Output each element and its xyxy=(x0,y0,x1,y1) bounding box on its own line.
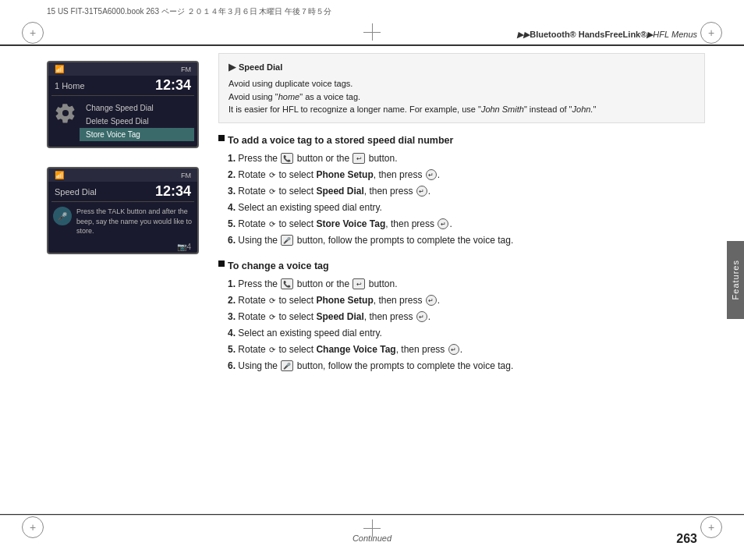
screen2-item-num: 📷4 xyxy=(177,243,191,251)
screen1-signal: 📶 xyxy=(55,65,64,73)
phone-button-2: 📞 xyxy=(281,278,293,289)
screen2-header: 📶 FM xyxy=(48,168,197,182)
back-button-2: ↩ xyxy=(353,278,365,289)
section2-steps: 1. Press the 📞 button or the ↩ button. 2… xyxy=(218,277,705,373)
enter-icon-4: ↵ xyxy=(426,295,437,306)
step2-4: 4. Select an existing speed dial entry. xyxy=(228,326,705,340)
breadcrumb: ▶▶Bluetooth® HandsFreeLink®▶HFL Menus xyxy=(517,30,697,40)
rotate-icon-4: ⟳ xyxy=(269,295,275,307)
back-button: ↩ xyxy=(353,153,365,164)
section2: To change a voice tag 1. Press the 📞 but… xyxy=(218,258,705,384)
right-column: ▶ Speed Dial Avoid using duplicate voice… xyxy=(218,53,705,509)
step1-6: 6. Using the 🎤 button, follow the prompt… xyxy=(228,233,705,247)
screen1-mockup: 📶 FM 1 Home 12:34 Change Speed Dial Dele… xyxy=(47,61,199,148)
top-rule xyxy=(0,44,744,46)
content-area: 📶 FM 1 Home 12:34 Change Speed Dial Dele… xyxy=(47,53,705,509)
step2-3: 3. Rotate ⟳ to select Speed Dial, then p… xyxy=(228,310,705,324)
section1-bullet xyxy=(218,135,225,141)
screen2-message: Press the TALK button and after the beep… xyxy=(76,207,193,236)
step2-2: 2. Rotate ⟳ to select Phone Setup, then … xyxy=(228,293,705,307)
step1-3: 3. Rotate ⟳ to select Speed Dial, then p… xyxy=(228,184,705,198)
enter-icon-5: ↵ xyxy=(416,311,427,322)
section1: To add a voice tag to a stored speed dia… xyxy=(218,133,705,258)
screenshots-column: 📶 FM 1 Home 12:34 Change Speed Dial Dele… xyxy=(47,53,203,509)
screen1-menu-item-2: Delete Speed Dial xyxy=(80,115,194,128)
rotate-icon-5: ⟳ xyxy=(269,311,275,323)
section1-heading: To add a voice tag to a stored speed dia… xyxy=(218,133,705,148)
talk-button-1: 🎤 xyxy=(281,235,293,246)
screen2-mic-icon: 🎤 xyxy=(53,207,72,225)
tip-line-3: It is easier for HFL to recognize a long… xyxy=(229,103,695,116)
top-center-crosshair xyxy=(363,23,381,41)
screen1-menu-item-3: Store Voice Tag xyxy=(80,128,194,141)
step1-2: 2. Rotate ⟳ to select Phone Setup, then … xyxy=(228,168,705,182)
screen2-fm: FM xyxy=(181,172,191,179)
screen1-time: 12:34 xyxy=(155,77,191,94)
screen2-label: Speed Dial xyxy=(55,187,97,197)
screen2-mockup: 📶 FM Speed Dial 12:34 🎤 Press the TALK b… xyxy=(47,167,199,254)
step2-6: 6. Using the 🎤 button, follow the prompt… xyxy=(228,359,705,373)
section2-bullet xyxy=(218,261,225,267)
bottom-center-crosshair xyxy=(363,519,381,537)
tip-arrow-icon: ▶ xyxy=(229,60,236,74)
step2-1: 1. Press the 📞 button or the ↩ button. xyxy=(228,277,705,291)
enter-icon-1: ↵ xyxy=(426,169,437,180)
screen2-time: 12:34 xyxy=(155,183,191,200)
screen1-menu: Change Speed Dial Delete Speed Dial Stor… xyxy=(80,99,194,144)
file-info: 15 US FIT-31T5A6000.book 263 ページ ２０１４年３月… xyxy=(47,6,331,17)
section1-steps: 1. Press the 📞 button or the ↩ button. 2… xyxy=(218,151,705,247)
tip-box-title: ▶ Speed Dial xyxy=(229,60,695,74)
tip-line-2: Avoid using "home" as a voice tag. xyxy=(229,90,695,104)
gear-icon xyxy=(55,102,76,124)
step1-5: 5. Rotate ⟳ to select Store Voice Tag, t… xyxy=(228,217,705,231)
side-tab-label: Features xyxy=(731,260,740,299)
talk-button-2: 🎤 xyxy=(281,360,293,371)
features-tab: Features xyxy=(727,241,744,319)
screen2-signal: 📶 xyxy=(55,171,64,179)
tip-box: ▶ Speed Dial Avoid using duplicate voice… xyxy=(218,53,705,123)
enter-icon-6: ↵ xyxy=(448,344,459,355)
rotate-icon-6: ⟳ xyxy=(269,344,275,356)
screen1-home-label: 1 Home xyxy=(55,81,85,90)
screen1-menu-item-1: Change Speed Dial xyxy=(80,101,194,115)
step1-4: 4. Select an existing speed dial entry. xyxy=(228,200,705,214)
enter-icon-3: ↵ xyxy=(438,218,448,229)
enter-icon-2: ↵ xyxy=(416,186,427,197)
step1-1: 1. Press the 📞 button or the ↩ button. xyxy=(228,151,705,165)
section2-heading: To change a voice tag xyxy=(218,258,705,274)
phone-button: 📞 xyxy=(281,153,293,164)
step2-5: 5. Rotate ⟳ to select Change Voice Tag, … xyxy=(228,342,705,356)
tip-line-1: Avoid using duplicate voice tags. xyxy=(229,77,695,90)
rotate-icon-3: ⟳ xyxy=(269,218,275,230)
rotate-icon-2: ⟳ xyxy=(269,186,275,197)
rotate-icon-1: ⟳ xyxy=(269,169,275,181)
screen1-fm: FM xyxy=(181,66,191,73)
page-number: 263 xyxy=(676,532,697,546)
screen1-header: 📶 FM xyxy=(48,62,197,76)
